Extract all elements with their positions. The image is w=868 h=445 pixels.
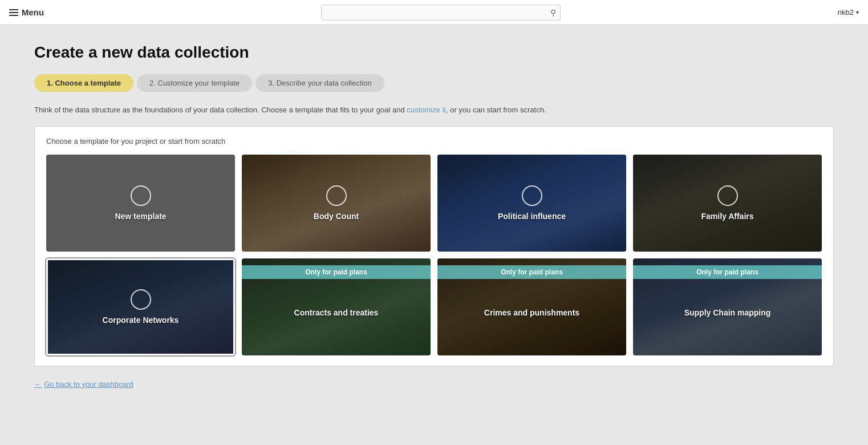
template-card-supply-chain[interactable]: Only for paid plans Supply Chain mapping (633, 258, 822, 355)
card-circle-icon (717, 185, 738, 206)
step-3[interactable]: 3. Describe your data collection (255, 74, 384, 92)
template-card-crimes-punishments[interactable]: Only for paid plans Crimes and punishmen… (437, 258, 626, 355)
card-circle-icon (522, 185, 542, 206)
step-2[interactable]: 2. Customize your template (137, 74, 252, 92)
template-card-body-count[interactable]: Body Count (242, 155, 431, 252)
template-card-family-affairs[interactable]: Family Affairs (633, 155, 822, 252)
template-card-new-template[interactable]: New template (46, 155, 235, 252)
paid-banner: Only for paid plans (242, 265, 431, 279)
left-arrow-icon: ← (34, 380, 42, 389)
card-label: Body Count (314, 212, 359, 221)
search-container: ⚲ (44, 5, 838, 21)
back-link-container: ←Go back to your dashboard (34, 380, 834, 389)
top-navigation: Menu ⚲ nkb2 ▾ (0, 0, 868, 25)
template-grid: New template Body Count Political influe… (46, 155, 822, 355)
template-panel: Choose a template for you project or sta… (34, 126, 834, 366)
panel-subtitle: Choose a template for you project or sta… (46, 137, 822, 145)
template-card-corporate-networks[interactable]: Corporate Networks (46, 258, 235, 355)
card-label: Corporate Networks (103, 315, 179, 325)
hamburger-icon (9, 9, 18, 16)
page-description: Think of the data structure as the found… (34, 104, 834, 116)
card-label: Family Affairs (701, 212, 753, 221)
page-title: Create a new data collection (34, 43, 834, 62)
card-label: Supply Chain mapping (684, 308, 771, 317)
user-label: nkb2 (838, 8, 854, 17)
chevron-down-icon: ▾ (856, 9, 859, 15)
template-card-political-influence[interactable]: Political influence (437, 155, 626, 252)
card-circle-icon (131, 185, 151, 206)
menu-button[interactable]: Menu (9, 7, 44, 17)
paid-banner: Only for paid plans (437, 265, 626, 279)
back-to-dashboard-link[interactable]: ←Go back to your dashboard (34, 380, 133, 389)
search-input[interactable] (321, 5, 561, 21)
card-circle-icon (326, 185, 347, 206)
card-label: Contracts and treaties (294, 308, 379, 317)
card-label: Crimes and punishments (484, 308, 579, 317)
search-field-wrap: ⚲ (321, 5, 561, 21)
user-menu-button[interactable]: nkb2 ▾ (838, 8, 859, 17)
step-1[interactable]: 1. Choose a template (34, 74, 133, 92)
steps-indicator: 1. Choose a template 2. Customize your t… (34, 74, 834, 92)
main-content: Create a new data collection 1. Choose a… (0, 25, 868, 411)
paid-banner: Only for paid plans (633, 265, 822, 279)
card-label: New template (115, 212, 166, 221)
card-circle-icon (131, 289, 151, 310)
search-icon: ⚲ (550, 8, 556, 17)
card-label: Political influence (498, 212, 566, 221)
menu-label: Menu (22, 7, 44, 17)
template-card-contracts-treaties[interactable]: Only for paid plans Contracts and treati… (242, 258, 431, 355)
customize-link[interactable]: customize it (407, 106, 446, 114)
